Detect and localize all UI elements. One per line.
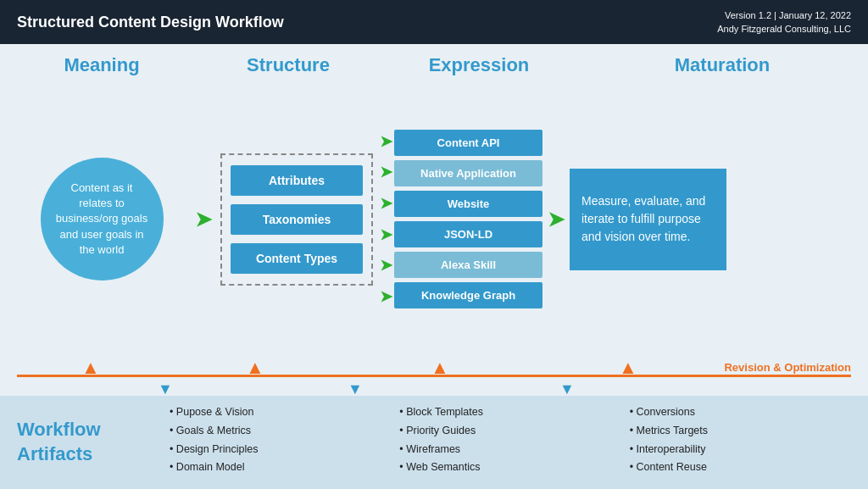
expr-website: Website: [394, 191, 542, 217]
meaning-header: Meaning: [17, 54, 186, 76]
revision-label: Revision & Optimization: [724, 361, 851, 374]
revision-row: ▲ ▲ ▲ ▲ Revision & Optimization: [17, 357, 851, 381]
struct-taxonomies: Taxonomies: [231, 204, 363, 235]
expr-native-app: Native Application: [394, 160, 542, 186]
expression-arrows-section: ➤ ➤ ➤ ➤ ➤ ➤ Content API Native Applicati…: [373, 126, 542, 313]
meaning-section: Content as it relates to business/org go…: [17, 158, 186, 281]
arrow-4: ➤: [380, 227, 392, 242]
artifact-item: Interoperability: [630, 442, 843, 458]
company-text: Andy Fitzgerald Consulting, LLC: [717, 22, 851, 36]
arrow-1: ➤: [380, 134, 392, 149]
artifact-item: Wireframes: [399, 442, 612, 458]
maturation-box: Measure, evaluate, and iterate to fulfil…: [570, 169, 726, 270]
artifacts-col3: Conversions Metrics Targets Interoperabi…: [621, 404, 851, 481]
meaning-to-structure-arrow: ➤: [186, 208, 220, 231]
artifacts-title-col: Workflow Artifacts: [17, 404, 161, 481]
structure-section: Attributes Taxonomies Content Types: [220, 153, 373, 286]
expr-content-api: Content API: [394, 130, 542, 156]
expr-json-ld: JSON-LD: [394, 221, 542, 247]
main-area: Meaning Structure Expression Maturation …: [0, 44, 868, 489]
struct-content-types: Content Types: [231, 243, 363, 274]
artifacts-col1: Pupose & Vision Goals & Metrics Design P…: [161, 404, 391, 481]
artifact-item: Priority Guides: [399, 423, 612, 439]
arrow-2: ➤: [380, 164, 392, 180]
meaning-circle: Content as it relates to business/org go…: [41, 158, 164, 281]
page-header: Structured Content Design Workflow Versi…: [0, 0, 868, 44]
version-text: Version 1.2 | January 12, 2022: [717, 8, 851, 23]
header-meta: Version 1.2 | January 12, 2022 Andy Fitz…: [717, 8, 851, 36]
artifact-item: Content Reuse: [630, 459, 843, 475]
expr-knowledge-graph: Knowledge Graph: [394, 282, 542, 308]
arrow-3: ➤: [380, 196, 392, 211]
maturation-header: Maturation: [576, 54, 851, 76]
blue-down-1: ▼: [158, 381, 173, 398]
expression-to-maturation-arrow: ➤: [548, 208, 565, 231]
artifacts-title: Workflow Artifacts: [17, 418, 101, 466]
green-arrows: ➤ ➤ ➤ ➤ ➤ ➤: [380, 126, 392, 313]
artifact-item: Conversions: [630, 404, 843, 420]
orange-up-3: ▲: [431, 358, 449, 377]
blue-down-3: ▼: [559, 381, 575, 398]
arrow-6: ➤: [380, 289, 392, 304]
artifact-item: Web Semantics: [399, 459, 612, 475]
page-title: Structured Content Design Workflow: [17, 14, 284, 31]
artifacts-section: Workflow Artifacts Pupose & Vision Goals…: [0, 396, 868, 489]
expr-alexa-skill: Alexa Skill: [394, 252, 542, 278]
artifact-item: Goals & Metrics: [170, 423, 382, 439]
content-row: Content as it relates to business/org go…: [0, 81, 868, 357]
expression-header: Expression: [373, 54, 576, 76]
orange-up-4: ▲: [619, 358, 637, 377]
down-arrows-row: ▼ ▼ ▼: [17, 381, 851, 396]
columns-header: Meaning Structure Expression Maturation: [0, 44, 868, 81]
artifact-item: Metrics Targets: [630, 423, 843, 439]
struct-attributes: Attributes: [231, 165, 363, 196]
orange-up-2: ▲: [246, 358, 264, 377]
orange-up-1: ▲: [81, 358, 100, 377]
artifacts-col2: Block Templates Priority Guides Wirefram…: [391, 404, 620, 481]
blue-down-2: ▼: [348, 381, 363, 398]
artifact-item: Design Principles: [170, 442, 382, 458]
artifact-item: Block Templates: [399, 404, 612, 420]
expression-boxes: Content API Native Application Website J…: [394, 130, 542, 308]
artifact-item: Pupose & Vision: [170, 404, 382, 420]
structure-header: Structure: [186, 54, 373, 76]
arrow-5: ➤: [380, 258, 392, 273]
artifact-item: Domain Model: [170, 459, 382, 475]
